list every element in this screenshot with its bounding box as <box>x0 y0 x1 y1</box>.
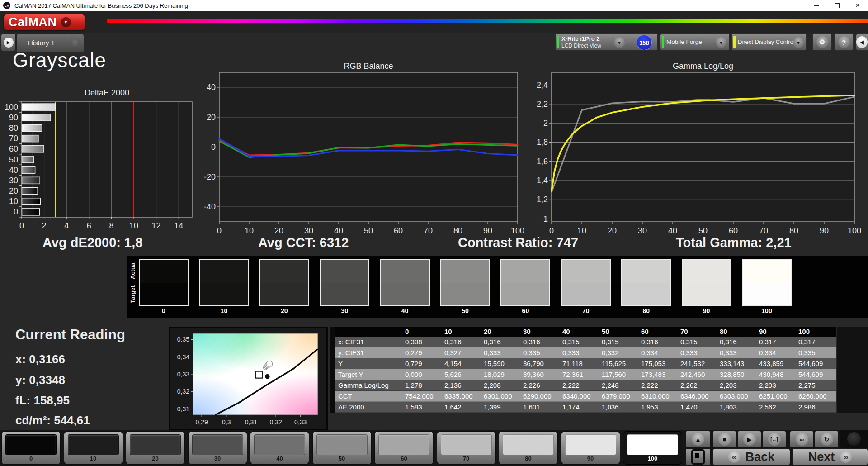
display-control-dropdown[interactable]: Direct Display Control ▼ <box>731 33 807 51</box>
swatch-level-label: 20 <box>259 307 309 314</box>
level-button-70[interactable]: 70 <box>437 431 496 465</box>
help-icon: ? <box>838 36 850 48</box>
help-button[interactable]: ? <box>834 33 854 51</box>
table-cell: 6379,000 <box>600 391 639 402</box>
svg-text:70: 70 <box>424 226 433 235</box>
table-cell: 1,601 <box>521 402 561 413</box>
level-button-20[interactable]: 20 <box>126 431 185 465</box>
collapse-panel-button[interactable]: ◀ <box>856 33 868 51</box>
table-cell: 0,308 <box>403 337 443 347</box>
record-indicator <box>840 430 868 448</box>
deltae-bar-100 <box>22 104 56 110</box>
meter-count-badge[interactable]: 158 <box>637 35 652 50</box>
minimize-icon <box>814 5 819 6</box>
table-header-row: 0102030405060708090100 <box>335 327 836 337</box>
svg-text:0,31: 0,31 <box>245 418 257 426</box>
minimize-button[interactable] <box>806 0 826 11</box>
table-cell: 0,316 <box>482 337 521 347</box>
level-button-60[interactable]: 60 <box>374 431 434 465</box>
swatch-actual <box>683 260 731 283</box>
svg-text:10: 10 <box>245 226 254 235</box>
calman-logo-menu[interactable]: CalMAN ▼ <box>4 14 85 30</box>
svg-text:Gamma Log/Log: Gamma Log/Log <box>673 62 733 71</box>
svg-text:60: 60 <box>729 226 738 235</box>
stop-button[interactable]: ■ <box>712 431 736 448</box>
single-measure-button[interactable] <box>685 448 711 466</box>
table-cell: 0,000 <box>403 369 443 380</box>
level-label: 40 <box>250 455 309 462</box>
level-button-100[interactable]: 100 <box>623 431 682 465</box>
chevron-down-icon: ▼ <box>716 37 726 48</box>
back-button[interactable]: « Back <box>712 448 790 466</box>
restore-button[interactable] <box>826 0 847 11</box>
play-button[interactable]: ▶ <box>737 431 761 448</box>
gamma-loglog-chart: 11,21,41,61,822,22,401020304050607080901… <box>533 59 868 238</box>
table-column-header: 0 <box>403 327 443 337</box>
table-cell: 6260,000 <box>797 391 836 402</box>
close-button[interactable]: × <box>847 0 868 11</box>
swatch-target <box>683 283 731 305</box>
svg-text:50: 50 <box>698 226 708 235</box>
svg-text:20: 20 <box>207 113 216 122</box>
scroll-up-button[interactable]: ▲ <box>685 431 711 448</box>
grayscale-swatch-20 <box>259 259 309 306</box>
level-label: 70 <box>437 455 495 462</box>
svg-text:14: 14 <box>174 221 183 230</box>
level-button-10[interactable]: 10 <box>64 431 123 465</box>
swatch-target <box>562 283 610 305</box>
deltae-2000-chart: 010203040506070809010002468101214DeltaE … <box>0 84 208 239</box>
table-cell: 0,335 <box>521 347 561 358</box>
table-cell: 117,560 <box>600 369 639 380</box>
level-swatch <box>316 434 368 455</box>
svg-text:DeltaE 2000: DeltaE 2000 <box>85 88 129 97</box>
svg-text:90: 90 <box>483 226 492 235</box>
source-dropdown[interactable]: Mobile Forge ▼ <box>660 33 730 51</box>
svg-text:60: 60 <box>394 226 403 235</box>
table-cell: 1,278 <box>403 380 443 391</box>
table-cell: 0,333 <box>561 347 600 358</box>
svg-text:20: 20 <box>274 226 283 235</box>
table-scrollbar[interactable] <box>837 327 868 413</box>
table-cell: 0,332 <box>600 347 639 358</box>
level-button-90[interactable]: 90 <box>561 431 620 465</box>
svg-text:50: 50 <box>364 226 373 235</box>
level-button-80[interactable]: 80 <box>499 431 558 465</box>
next-button[interactable]: Next » <box>792 448 868 466</box>
table-cell: 6303,000 <box>718 391 757 402</box>
back-chevron-icon: « <box>728 451 740 463</box>
infinity-button[interactable]: ∞ <box>790 431 814 448</box>
svg-text:10: 10 <box>577 226 586 235</box>
app-icon: CM <box>3 2 10 9</box>
swatch-level-label: 90 <box>682 307 731 314</box>
grayscale-swatch-70 <box>561 259 611 306</box>
add-tab-button[interactable]: + <box>66 38 84 48</box>
meter-dropdown[interactable]: X-Rite i1Pro 2 LCD Direct View ▼ 158 <box>555 33 658 51</box>
swatch-target <box>501 283 549 305</box>
swatch-level-label: 80 <box>621 307 671 314</box>
swatch-target <box>140 283 188 305</box>
swatch-target <box>441 283 489 305</box>
swatch-level-label: 30 <box>320 307 369 314</box>
chevron-left-icon: ◀ <box>856 36 868 48</box>
range-button[interactable]: [↔] <box>762 431 786 448</box>
level-label: 50 <box>313 455 371 462</box>
svg-text:80: 80 <box>9 124 18 133</box>
level-swatch <box>192 434 243 455</box>
target-row-label: Target <box>128 283 137 306</box>
svg-text:10: 10 <box>9 197 18 206</box>
table-column-header: 30 <box>521 327 561 337</box>
reading-trail-point <box>266 361 273 367</box>
table-row: Y0,7294,15415,59036,79071,118115,625175,… <box>335 358 836 369</box>
reading-cdm2: cd/m²: 544,61 <box>15 414 90 428</box>
deltae-bar-90 <box>22 114 51 121</box>
svg-text:0,31: 0,31 <box>177 405 189 413</box>
level-button-40[interactable]: 40 <box>250 431 309 465</box>
settings-button[interactable]: ⚙ <box>812 33 832 51</box>
source-status-bar <box>662 36 664 48</box>
level-button-50[interactable]: 50 <box>312 431 372 465</box>
stat-contrast-ratio: Contrast Ratio: 747 <box>458 235 578 250</box>
level-button-30[interactable]: 30 <box>188 431 247 465</box>
level-button-0[interactable]: 0 <box>1 431 61 465</box>
svg-text:0,32: 0,32 <box>269 418 282 426</box>
refresh-button[interactable]: ↻ <box>815 431 839 448</box>
